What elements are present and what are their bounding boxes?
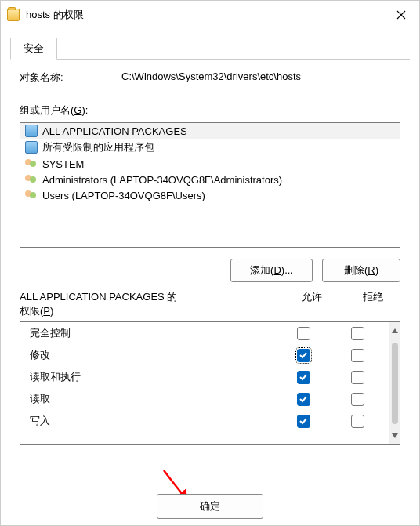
checkbox[interactable] (297, 371, 310, 384)
deny-cell (335, 414, 379, 427)
checkbox[interactable] (297, 327, 310, 340)
permission-row: 读取 (20, 388, 389, 410)
permissions-header: ALL APPLICATION PACKAGES 的 权限(P) 允许 拒绝 (20, 290, 400, 318)
window-title: hosts 的权限 (26, 8, 84, 22)
close-button[interactable] (383, 1, 419, 29)
checkbox[interactable] (297, 393, 310, 406)
permission-name: 完全控制 (30, 326, 271, 340)
users-icon (25, 189, 38, 201)
add-button[interactable]: 添加(D)... (230, 259, 313, 282)
list-item-label: 所有受限制的应用程序包 (42, 140, 154, 154)
object-name-label: 对象名称: (20, 71, 121, 85)
object-name-value: C:\Windows\System32\drivers\etc\hosts (121, 71, 301, 85)
checkbox[interactable] (351, 349, 364, 362)
permission-name: 读取和执行 (30, 370, 271, 384)
checkbox[interactable] (351, 327, 364, 340)
permission-row: 修改 (20, 344, 389, 366)
folder-icon (7, 9, 20, 21)
permissions-scrollbar[interactable] (389, 322, 400, 444)
list-item[interactable]: Administrators (LAPTOP-34OVQG8F\Administ… (20, 172, 400, 187)
permission-name: 修改 (30, 348, 271, 362)
checkbox[interactable] (297, 349, 310, 362)
remove-button[interactable]: 删除(R) (322, 259, 400, 282)
list-item[interactable]: 所有受限制的应用程序包 (20, 139, 400, 156)
list-item[interactable]: SYSTEM (20, 156, 400, 172)
object-name-row: 对象名称: C:\Windows\System32\drivers\etc\ho… (20, 71, 400, 85)
deny-cell (335, 392, 379, 405)
list-item[interactable]: Users (LAPTOP-34OVQG8F\Users) (20, 187, 400, 203)
deny-cell (335, 348, 379, 361)
column-deny: 拒绝 (346, 290, 400, 318)
list-item-label: SYSTEM (42, 158, 84, 170)
checkbox[interactable] (351, 393, 364, 406)
dialog-footer: 确定 (1, 494, 419, 519)
titlebar: hosts 的权限 (1, 1, 419, 29)
list-item-label: ALL APPLICATION PACKAGES (42, 125, 187, 137)
ok-button[interactable]: 确定 (157, 494, 263, 519)
content-area: 对象名称: C:\Windows\System32\drivers\etc\ho… (1, 60, 419, 445)
list-item-label: Administrators (LAPTOP-34OVQG8F\Administ… (42, 174, 282, 186)
permission-row: 写入 (20, 410, 389, 432)
permissions-listbox: 完全控制修改读取和执行读取写入 (20, 321, 400, 445)
permissions-subject: ALL APPLICATION PACKAGES 的 (20, 290, 278, 304)
scroll-down-icon (392, 433, 398, 438)
allow-cell (271, 370, 335, 383)
package-icon (25, 141, 38, 154)
deny-cell (335, 326, 379, 339)
close-icon (396, 10, 406, 20)
permission-name: 写入 (30, 414, 271, 428)
groups-listbox[interactable]: ALL APPLICATION PACKAGES所有受限制的应用程序包SYSTE… (20, 122, 400, 248)
tab-security[interactable]: 安全 (10, 38, 57, 60)
allow-cell (271, 392, 335, 405)
package-icon (25, 125, 38, 137)
list-item[interactable]: ALL APPLICATION PACKAGES (20, 123, 400, 139)
allow-cell (271, 348, 335, 361)
permission-name: 读取 (30, 392, 271, 406)
group-buttons-row: 添加(D)... 删除(R) (20, 259, 400, 282)
allow-cell (271, 414, 335, 427)
column-allow: 允许 (278, 290, 346, 318)
permission-row: 完全控制 (20, 322, 389, 344)
scroll-up-icon (392, 328, 398, 333)
scrollbar-thumb[interactable] (392, 343, 398, 424)
tab-bar: 安全 (10, 37, 410, 60)
users-icon (25, 173, 38, 186)
users-icon (25, 158, 38, 170)
deny-cell (335, 370, 379, 383)
list-item-label: Users (LAPTOP-34OVQG8F\Users) (42, 190, 205, 201)
permission-row: 读取和执行 (20, 366, 389, 388)
checkbox[interactable] (351, 371, 364, 384)
checkbox[interactable] (297, 415, 310, 428)
checkbox[interactable] (351, 415, 364, 428)
groups-label: 组或用户名(G): (20, 103, 400, 118)
allow-cell (271, 326, 335, 339)
